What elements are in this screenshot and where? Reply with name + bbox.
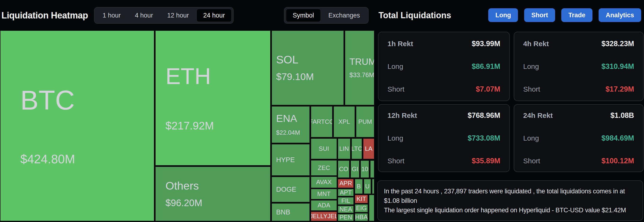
stat-row-short: Short $35.89M [388,157,500,165]
treemap-tile-TRUM[interactable]: TRUM$33.76M [345,30,374,105]
treemap-tile-CO[interactable]: CO [338,160,350,178]
tile-symbol: PUM [358,119,372,125]
tile-value: $217.92M [166,120,214,131]
stat-row-total: 4h Rekt $328.23M [523,40,634,48]
tile-symbol: LIN [339,146,349,152]
treemap-tile-APT[interactable]: APT [338,189,354,196]
treemap-tile-MNT[interactable]: MNT [311,189,337,199]
short-value: $7.07M [476,85,500,94]
tile-symbol: APR [340,180,352,186]
rekt-stat-cards: 1h Rekt $93.99M Long $86.91M Short $7.07… [378,32,644,172]
view-tab-symbol[interactable]: Symbol [286,9,321,22]
short-button[interactable]: Short [524,8,555,22]
liquidation-treemap: BTC$424.80METH$217.92MOthers$96.20MSOL$7… [0,30,374,221]
stat-title: 12h Rekt [388,111,417,120]
treemap-tile-EIG[interactable]: EIG [355,204,368,212]
treemap-tile-BNB[interactable]: BNB [272,203,310,221]
long-label: Long [388,134,403,142]
tile-symbol: SOL [276,54,298,65]
treemap-tile-LIN[interactable]: LIN [338,138,350,159]
tile-value: $33.76M [350,72,374,78]
treemap-tile-ENA[interactable]: ENA$22.04M [272,106,310,143]
tile-value: $424.80M [20,153,75,166]
tile-symbol: BNB [276,208,290,215]
tile-symbol: HBA [355,214,368,220]
treemap-tile-ZEC[interactable]: ZEC [311,160,337,176]
tile-symbol: U [365,183,370,189]
tile-symbol: MNT [317,191,330,197]
short-label: Short [523,157,540,165]
stat-card-1h-rekt: 1h Rekt $93.99M Long $86.91M Short $7.07… [378,32,510,101]
stat-row-long: Long $733.08M [388,134,500,142]
treemap-tile-ETH[interactable]: ETH$217.92M [155,30,271,166]
short-label: Short [523,85,540,93]
treemap-tile-DOGE[interactable]: DOGE [272,176,310,202]
treemap-tile-AVAX[interactable]: AVAX [311,176,337,188]
treemap-tile-HBA[interactable]: HBA [355,213,368,221]
summary-box: In the past 24 hours , 237,897 traders w… [377,180,643,221]
long-button[interactable]: Long [488,8,518,22]
summary-line-1: In the past 24 hours , 237,897 traders w… [384,186,636,205]
treemap-tile-PUM[interactable]: PUM [356,106,374,137]
time-tab-1-hour[interactable]: 1 hour [96,9,128,22]
stat-row-total: 12h Rekt $768.96M [388,111,500,120]
tile-symbol: ZEC [318,165,330,171]
stat-row-short: Short $7.07M [388,85,500,94]
stat-row-short: Short $17.29M [523,85,634,94]
tile-symbol: LA [365,146,372,152]
treemap-tile-GI[interactable]: GI [350,160,360,178]
treemap-tile-HYPE[interactable]: HYPE [272,144,310,176]
total-liquidations-title: Total Liquidations [378,11,451,20]
trade-button[interactable]: Trade [561,8,592,22]
tile-symbol: ENA [276,113,297,124]
treemap-tile-JELLYJEL[interactable]: JELLYJEL [311,211,337,221]
treemap-tile-unlabeled[interactable] [369,194,374,221]
treemap-tile-FIL[interactable]: FIL [338,197,354,205]
analytics-button[interactable]: Analytics [598,8,641,22]
treemap-tile-unlabeled[interactable] [372,179,374,194]
view-tab-exchanges[interactable]: Exchanges [322,9,367,22]
tile-symbol: FIL [342,198,350,204]
treemap-tile-ADA[interactable]: ADA [311,200,337,211]
treemap-tile-BTC[interactable]: BTC$424.80M [0,30,154,221]
time-tab-12-hour[interactable]: 12 hour [160,9,196,22]
time-tab-24-hour[interactable]: 24 hour [196,9,232,22]
stat-total-value: $768.96M [468,111,500,120]
treemap-tile-SUI[interactable]: SUI [311,138,337,159]
tile-symbol: ETH [166,64,211,88]
tile-symbol: NEA [340,206,352,212]
time-tab-4-hour[interactable]: 4 hour [128,9,160,22]
treemap-tile-SOL[interactable]: SOL$79.10M [272,30,344,105]
tile-symbol: XPL [338,119,350,125]
short-value: $35.89M [472,157,500,165]
tile-symbol: PEN [340,214,352,220]
treemap-tile-APR[interactable]: APR [338,179,354,188]
tile-symbol: 10 [362,166,368,172]
treemap-tile-B[interactable]: B [355,179,363,194]
stat-title: 4h Rekt [523,40,549,48]
summary-line-2: The largest single liquidation order hap… [384,205,636,215]
tile-symbol: LTC [351,146,362,152]
tile-symbol: SUI [319,146,329,152]
treemap-tile-LA[interactable]: LA [363,138,374,159]
treemap-tile-KIT[interactable]: KIT [355,194,368,203]
tile-symbol: FARTCO [311,119,333,125]
tile-symbol: Others [166,180,199,191]
treemap-tile-NEA[interactable]: NEA [338,205,354,213]
treemap-tile-10[interactable]: 10 [360,160,369,178]
stat-total-value: $1.08B [610,111,634,120]
long-label: Long [388,63,403,71]
tile-symbol: HYPE [276,156,295,163]
tile-symbol: CO [339,166,348,172]
tile-symbol: APT [340,189,352,196]
treemap-tile-FARTCO[interactable]: FARTCO [311,106,333,137]
stat-row-long: Long $86.91M [388,62,500,71]
treemap-tile-unlabeled[interactable] [370,160,374,178]
long-value: $733.08M [468,134,500,142]
treemap-tile-LTC[interactable]: LTC [351,138,362,159]
treemap-tile-U[interactable]: U [364,179,371,194]
treemap-tile-Others[interactable]: Others$96.20M [155,166,271,221]
treemap-tile-PEN[interactable]: PEN [338,214,354,221]
treemap-tile-XPL[interactable]: XPL [333,106,355,137]
tile-value: $96.20M [166,198,202,208]
